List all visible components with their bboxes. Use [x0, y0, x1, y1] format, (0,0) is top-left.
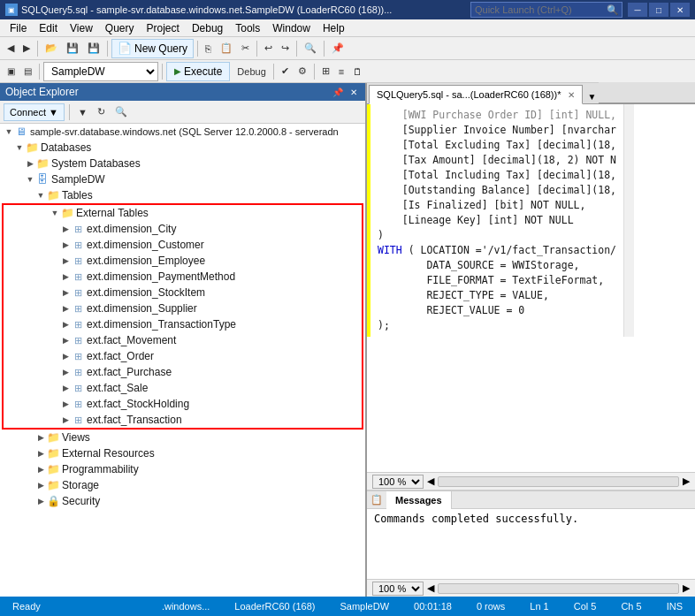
sampledw-expand[interactable]: ▼: [25, 174, 35, 185]
views-node[interactable]: ▶ 📁 Views: [0, 430, 365, 445]
zoom2-scroll-right[interactable]: ▶: [683, 582, 690, 594]
query-tab-active[interactable]: SQLQuery5.sql - sa...(LoaderRC60 (168))*…: [369, 85, 583, 104]
quick-launch-input[interactable]: [471, 4, 604, 15]
results-file-btn[interactable]: 🗒: [349, 62, 366, 81]
menu-view[interactable]: View: [64, 19, 99, 37]
back-btn[interactable]: ◀: [4, 39, 18, 58]
table-payment[interactable]: ▶ ⊞ ext.dimension_PaymentMethod: [4, 269, 362, 285]
emp-expand[interactable]: ▶: [60, 255, 71, 266]
menu-help[interactable]: Help: [317, 19, 351, 37]
menu-project[interactable]: Project: [141, 19, 186, 37]
server-node[interactable]: ▼ 🖥 sample-svr.database.windows.net (SQL…: [0, 124, 365, 140]
database-select[interactable]: SampleDW: [43, 62, 158, 81]
close-button[interactable]: ✕: [670, 3, 690, 17]
oe-filter2-btn[interactable]: 🔍: [111, 103, 131, 122]
menu-edit[interactable]: Edit: [33, 19, 64, 37]
connect-button[interactable]: Connect ▼: [4, 103, 65, 121]
table-supplier[interactable]: ▶ ⊞ ext.dimension_Supplier: [4, 300, 362, 316]
extres-node[interactable]: ▶ 📁 External Resources: [0, 445, 365, 461]
zoom2-select[interactable]: 100 %: [372, 582, 424, 596]
table-sale[interactable]: ▶ ⊞ ext.fact_Sale: [4, 380, 362, 396]
copy-btn[interactable]: ⎘: [202, 39, 215, 58]
refresh-btn[interactable]: ↻: [94, 103, 109, 122]
ext-tables-node[interactable]: ▼ 📁 External Tables: [4, 205, 362, 221]
table-order[interactable]: ▶ ⊞ ext.fact_Order: [4, 348, 362, 364]
check-btn[interactable]: ✔: [278, 62, 293, 81]
save-all-btn[interactable]: 💾: [84, 39, 103, 58]
save-btn[interactable]: 💾: [63, 39, 82, 58]
cust-expand[interactable]: ▶: [60, 240, 71, 250]
debug-label[interactable]: Debug: [233, 62, 269, 81]
tab-menu-btn[interactable]: ▼: [584, 89, 599, 103]
security-node[interactable]: ▶ 🔒 Security: [0, 493, 365, 509]
zoom-select[interactable]: 100 %: [372, 475, 424, 489]
trans-expand[interactable]: ▶: [60, 414, 71, 425]
stock-expand[interactable]: ▶: [60, 287, 71, 298]
zoom-scroll-right[interactable]: ▶: [683, 475, 690, 487]
prog-node[interactable]: ▶ 📁 Programmability: [0, 461, 365, 477]
messages-tab[interactable]: Messages: [386, 491, 452, 509]
oe-pin-btn[interactable]: 📌: [330, 87, 346, 98]
find-btn[interactable]: 🔍: [301, 39, 320, 58]
security-expand[interactable]: ▶: [35, 496, 46, 506]
txtype-expand[interactable]: ▶: [60, 319, 71, 330]
table-movement[interactable]: ▶ ⊞ ext.fact_Movement: [4, 332, 362, 348]
cut-btn[interactable]: ✂: [238, 39, 253, 58]
tables-node[interactable]: ▼ 📁 Tables: [0, 187, 365, 203]
pin-btn[interactable]: 📌: [328, 39, 348, 58]
redo-btn[interactable]: ↪: [278, 39, 293, 58]
storage-expand[interactable]: ▶: [35, 480, 46, 491]
systemdb-expand[interactable]: ▶: [25, 158, 35, 169]
prog-expand[interactable]: ▶: [35, 464, 46, 475]
results-grid-btn[interactable]: ⊞: [318, 62, 333, 81]
table-transaction[interactable]: ▶ ⊞ ext.fact_Transaction: [4, 412, 362, 428]
table-purchase[interactable]: ▶ ⊞ ext.fact_Purchase: [4, 364, 362, 380]
tables-expand[interactable]: ▼: [35, 190, 46, 201]
menu-query[interactable]: Query: [99, 19, 141, 37]
purch-expand[interactable]: ▶: [60, 367, 71, 377]
menu-window[interactable]: Window: [266, 19, 317, 37]
pay-expand[interactable]: ▶: [60, 271, 71, 282]
table-customer[interactable]: ▶ ⊞ ext.dimension_Customer: [4, 237, 362, 253]
parse-btn[interactable]: ⚙: [294, 62, 310, 81]
system-dbs-node[interactable]: ▶ 📁 System Databases: [0, 156, 365, 171]
zoom2-scrollbar[interactable]: [438, 583, 679, 594]
table-city[interactable]: ▶ ⊞ ext.dimension_City: [4, 221, 362, 237]
menu-file[interactable]: File: [4, 19, 33, 37]
minimize-button[interactable]: ─: [628, 3, 647, 17]
open-btn[interactable]: 📂: [42, 39, 61, 58]
forward-btn[interactable]: ▶: [19, 39, 34, 58]
maximize-button[interactable]: □: [649, 3, 668, 17]
mov-expand[interactable]: ▶: [60, 335, 71, 346]
server-expand[interactable]: ▼: [4, 126, 14, 137]
zoom-scroll-left[interactable]: ◀: [427, 475, 434, 487]
ord-expand[interactable]: ▶: [60, 351, 71, 361]
storage-node[interactable]: ▶ 📁 Storage: [0, 477, 365, 493]
menu-tools[interactable]: Tools: [229, 19, 266, 37]
oe-tree[interactable]: ▼ 🖥 sample-svr.database.windows.net (SQL…: [0, 124, 365, 597]
sale-expand[interactable]: ▶: [60, 383, 71, 393]
oe-toggle-btn[interactable]: ▣: [4, 62, 19, 81]
results-text-btn[interactable]: ≡: [335, 62, 348, 81]
new-query-button[interactable]: 📄 New Query: [111, 39, 194, 58]
databases-node[interactable]: ▼ 📁 Databases: [0, 140, 365, 156]
oe-close-btn[interactable]: ✕: [348, 87, 360, 98]
undo-btn[interactable]: ↩: [261, 39, 276, 58]
table-stockitem[interactable]: ▶ ⊞ ext.dimension_StockItem: [4, 285, 362, 300]
databases-expand[interactable]: ▼: [14, 142, 25, 153]
table-stockholding[interactable]: ▶ ⊞ ext.fact_StockHolding: [4, 396, 362, 412]
views-expand[interactable]: ▶: [35, 432, 46, 443]
table-transtype[interactable]: ▶ ⊞ ext.dimension_TransactionType: [4, 316, 362, 332]
zoom2-scroll-left[interactable]: ◀: [427, 582, 434, 594]
zoom-scrollbar[interactable]: [438, 476, 679, 487]
sampledw-node[interactable]: ▼ 🗄 SampleDW: [0, 171, 365, 187]
code-editor[interactable]: [WWI Purchase Order ID] [int] NULL, [Sup…: [367, 104, 695, 473]
execute-button[interactable]: ▶ Execute: [166, 62, 230, 81]
paste-btn[interactable]: 📋: [217, 39, 236, 58]
sup-expand[interactable]: ▶: [60, 303, 71, 314]
stkhold-expand[interactable]: ▶: [60, 399, 71, 409]
city-expand[interactable]: ▶: [60, 224, 71, 234]
table-employee[interactable]: ▶ ⊞ ext.dimension_Employee: [4, 253, 362, 269]
menu-debug[interactable]: Debug: [186, 19, 229, 37]
filter-btn[interactable]: ▼: [74, 103, 91, 122]
